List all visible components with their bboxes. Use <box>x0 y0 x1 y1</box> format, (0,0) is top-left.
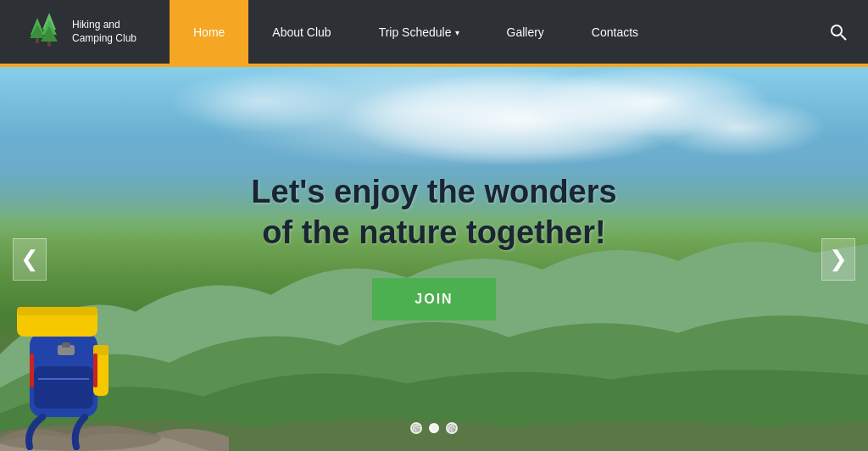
slide-dots <box>410 422 458 434</box>
nav-items: Home About Club Trip Schedule ▾ Gallery … <box>170 0 809 64</box>
search-icon <box>830 24 847 41</box>
chevron-down-icon: ▾ <box>455 28 459 37</box>
nav-item-about[interactable]: About Club <box>248 0 354 64</box>
brand: Hiking and Camping Club <box>0 11 170 53</box>
svg-rect-6 <box>47 42 51 47</box>
svg-point-7 <box>832 25 842 36</box>
slide-dot-2[interactable] <box>429 423 439 433</box>
svg-rect-2 <box>36 38 39 43</box>
nav-item-home[interactable]: Home <box>170 0 248 64</box>
svg-point-23 <box>448 425 458 434</box>
slide-dot-3[interactable] <box>446 422 458 434</box>
search-button[interactable] <box>809 24 868 41</box>
next-slide-button[interactable]: ❯ <box>821 238 855 281</box>
hero-content: Let's enjoy the wonders of the nature to… <box>0 67 868 451</box>
brand-name: Hiking and Camping Club <box>72 19 140 45</box>
hero-title: Let's enjoy the wonders of the nature to… <box>251 172 616 253</box>
svg-line-8 <box>841 35 846 40</box>
nav-item-contacts[interactable]: Contacts <box>568 0 662 64</box>
slide-dot-1[interactable] <box>410 422 422 434</box>
join-button[interactable]: JOIN <box>372 278 495 320</box>
nav-item-trip[interactable]: Trip Schedule ▾ <box>355 0 483 64</box>
svg-point-21 <box>413 425 422 434</box>
prev-slide-button[interactable]: ❮ <box>13 238 47 281</box>
brand-logo <box>25 11 64 53</box>
nav-item-gallery[interactable]: Gallery <box>483 0 568 64</box>
hero-section: Let's enjoy the wonders of the nature to… <box>0 67 868 451</box>
navbar: Hiking and Camping Club Home About Club … <box>0 0 868 64</box>
